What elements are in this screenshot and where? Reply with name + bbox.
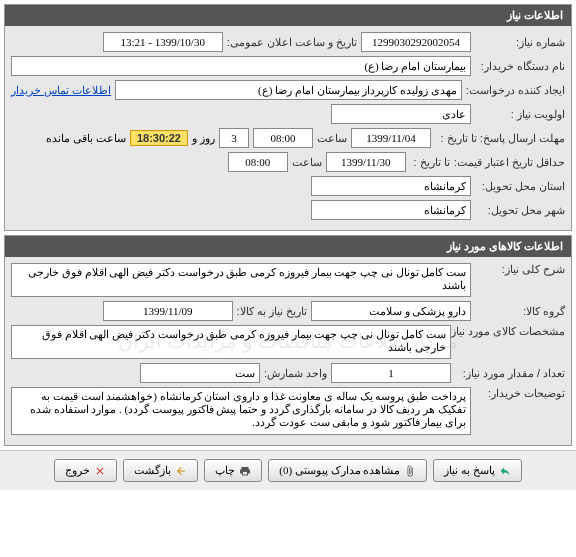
goods-info-panel: اطلاعات کالاهای مورد نیاز مرکز اطلاعات م… [4, 235, 572, 446]
announce-label: تاریخ و ساعت اعلان عمومی: [227, 36, 357, 49]
group-field[interactable] [311, 301, 471, 321]
unit-field[interactable] [140, 363, 260, 383]
notes-field[interactable] [11, 387, 471, 435]
need-date-label: تاریخ نیاز به کالا: [237, 305, 307, 318]
validity-label: حداقل تاریخ اعتبار قیمت: [454, 156, 565, 169]
remain-label: ساعت باقی مانده [46, 132, 126, 145]
deadline-time-label: ساعت [317, 132, 347, 145]
reply-label: پاسخ به نیاز [444, 464, 495, 477]
validity-time-field[interactable] [228, 152, 288, 172]
reply-button[interactable]: پاسخ به نیاز [433, 459, 522, 482]
priority-field[interactable] [331, 104, 471, 124]
print-icon [239, 465, 251, 477]
print-button[interactable]: چاپ [204, 459, 262, 482]
deadline-time-field[interactable] [253, 128, 313, 148]
exit-label: خروج [65, 464, 90, 477]
org-label: نام دستگاه خریدار: [475, 60, 565, 73]
reply-icon [499, 465, 511, 477]
desc-label: شرح کلی نیاز: [475, 263, 565, 276]
announce-field[interactable] [103, 32, 223, 52]
validity-time-label: ساعت [292, 156, 322, 169]
back-button[interactable]: بازگشت [123, 459, 198, 482]
desc-field[interactable] [11, 263, 471, 297]
goods-info-header: اطلاعات کالاهای مورد نیاز [5, 236, 571, 257]
attachment-icon [404, 465, 416, 477]
city-label: شهر محل تحویل: [475, 204, 565, 217]
spec-label: مشخصات کالای مورد نیاز: [455, 325, 565, 338]
requester-field[interactable] [115, 80, 462, 100]
deadline-label: مهلت ارسال پاسخ: تا تاریخ : [435, 132, 565, 145]
need-number-field[interactable] [361, 32, 471, 52]
need-date-field[interactable] [103, 301, 233, 321]
validity-to-label: تا تاریخ : [410, 156, 450, 169]
province-label: استان محل تحویل: [475, 180, 565, 193]
city-field[interactable] [311, 200, 471, 220]
group-label: گروه کالا: [475, 305, 565, 318]
priority-label: اولویت نیاز : [475, 108, 565, 121]
unit-label: واحد شمارش: [264, 367, 327, 380]
requester-label: ایجاد کننده درخواست: [466, 84, 565, 97]
deadline-date-field[interactable] [351, 128, 431, 148]
exit-icon [94, 465, 106, 477]
button-bar: پاسخ به نیاز مشاهده مدارک پیوستی (0) چاپ… [0, 450, 576, 490]
back-icon [175, 465, 187, 477]
days-label: روز و [192, 132, 215, 145]
exit-button[interactable]: خروج [54, 459, 117, 482]
goods-info-body: مرکز اطلاعات مناقصات و مزایدات ایران شرح… [5, 257, 571, 445]
need-info-header: اطلاعات نیاز [5, 5, 571, 26]
spec-field[interactable] [11, 325, 451, 359]
need-info-panel: اطلاعات نیاز شماره نیاز: تاریخ و ساعت اع… [4, 4, 572, 231]
back-label: بازگشت [134, 464, 171, 477]
notes-label: توضیحات خریدار: [475, 387, 565, 400]
need-info-body: شماره نیاز: تاریخ و ساعت اعلان عمومی: نا… [5, 26, 571, 230]
qty-label: تعداد / مقدار مورد نیاز: [455, 367, 565, 380]
need-number-label: شماره نیاز: [475, 36, 565, 49]
org-field[interactable] [11, 56, 471, 76]
attachments-label: مشاهده مدارک پیوستی (0) [279, 464, 400, 477]
countdown-timer: 18:30:22 [130, 130, 188, 146]
print-label: چاپ [215, 464, 235, 477]
attachments-button[interactable]: مشاهده مدارک پیوستی (0) [268, 459, 427, 482]
province-field[interactable] [311, 176, 471, 196]
days-remaining-field[interactable] [219, 128, 249, 148]
validity-date-field[interactable] [326, 152, 406, 172]
qty-field[interactable] [331, 363, 451, 383]
contact-link[interactable]: اطلاعات تماس خریدار [11, 84, 111, 97]
